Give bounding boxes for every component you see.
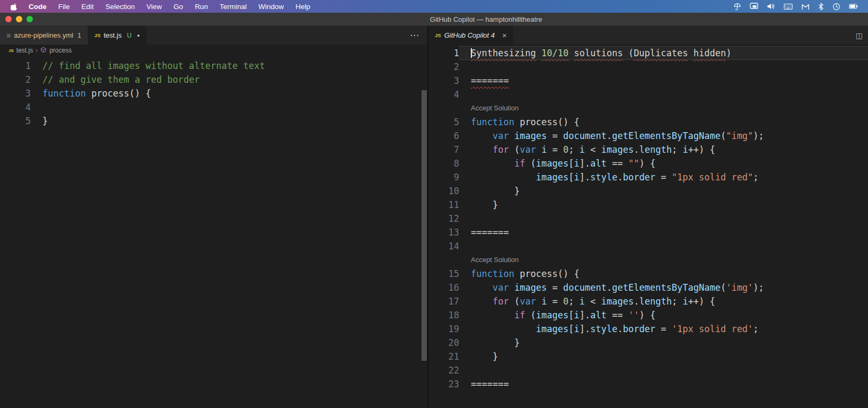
battery-icon[interactable] [849,3,858,10]
umbrella-icon[interactable] [733,3,741,11]
code-line[interactable]: 17 for (var i = 0; i < images.length; i+… [428,294,868,308]
editor-right[interactable]: 1Synthesizing 10/10 solutions (Duplicate… [428,45,868,408]
line-number: 13 [428,225,459,239]
close-window-button[interactable] [5,16,12,22]
menu-go[interactable]: Go [168,3,189,11]
clock-icon[interactable] [832,3,840,11]
code-line[interactable]: 21 } [428,350,868,363]
code-text: if (images[i].alt == "") { [459,157,868,170]
code-line[interactable]: 2 [428,60,868,74]
menu-edit[interactable]: Edit [76,3,100,11]
close-tab-icon[interactable]: × [502,31,507,40]
tab-label: test.js [103,31,121,39]
code-line[interactable]: 3function process() { [0,86,427,100]
menu-selection[interactable]: Selection [100,3,141,11]
code-text: } [459,350,868,363]
breadcrumb-symbol[interactable]: process [49,47,72,54]
minimize-window-button[interactable] [16,16,22,22]
code-text: function process() { [459,267,868,281]
line-number: 2 [428,60,459,74]
zoom-window-button[interactable] [27,16,33,22]
menu-help[interactable]: Help [290,3,316,11]
code-text: for (var i = 0; i < images.length; i++) … [459,294,868,308]
right-tab-bar: JS GitHub Copilot 4 × ◫ [428,26,868,45]
code-line[interactable]: 22 [428,363,868,377]
window-title: GitHub Copilot — hamptonhilltheatre [430,15,542,23]
gmail-icon[interactable] [801,3,810,10]
code-text: ======= [459,74,868,88]
menu-window[interactable]: Window [252,3,290,11]
line-number: 21 [428,350,459,363]
tab-test-js[interactable]: JS test.js U ● [88,26,147,45]
code-line[interactable]: 3======= [428,74,868,88]
menu-view[interactable]: View [141,3,168,11]
code-line[interactable]: 4 [428,88,868,101]
bluetooth-icon[interactable] [818,3,824,11]
line-number: 19 [428,322,459,336]
more-actions-icon[interactable]: ⋯ [401,30,427,41]
line-number: 3 [428,74,459,88]
vertical-scrollbar[interactable] [422,90,427,361]
tab-azure-pipelines[interactable]: ≡ azure-pipelines.yml 1 [0,26,88,45]
codelens-row[interactable]: Accept Solution [428,101,868,115]
keyboard-icon[interactable] [784,3,793,10]
line-number: 15 [428,267,459,281]
split-editor-icon[interactable]: ◫ [851,31,868,40]
code-text: for (var i = 0; i < images.length; i++) … [459,143,868,157]
code-line[interactable]: 19 images[i].style.border = '1px solid r… [428,322,868,336]
code-line[interactable]: 4 [0,100,427,114]
code-line[interactable]: 1// find all images without alternate te… [0,59,427,73]
code-line[interactable]: 23======= [428,377,868,391]
code-line[interactable]: 9 images[i].style.border = "1px solid re… [428,170,868,184]
code-line[interactable]: 13======= [428,225,868,239]
line-number: 5 [428,115,459,129]
left-editor-pane: ≡ azure-pipelines.yml 1 JS test.js U ● ⋯… [0,26,428,408]
code-line[interactable]: 1Synthesizing 10/10 solutions (Duplicate… [428,46,868,60]
volume-icon[interactable] [767,3,775,10]
code-line[interactable]: 5} [0,114,427,128]
menu-terminal[interactable]: Terminal [214,3,252,11]
accept-solution-link[interactable]: Accept Solution [459,253,868,267]
code-line[interactable]: 20 } [428,336,868,350]
yaml-file-icon: ≡ [6,31,11,40]
code-text: function process() { [459,115,868,129]
menu-status-icons [733,3,864,11]
editor-left[interactable]: 1// find all images without alternate te… [0,56,427,408]
code-line[interactable]: 11 } [428,198,868,212]
git-status-badge: U [127,32,131,39]
code-text: // find all images without alternate tex… [31,59,427,73]
code-line[interactable]: 18 if (images[i].alt == '') { [428,308,868,322]
tab-bar-spacer [147,26,401,45]
accept-solution-link[interactable]: Accept Solution [459,101,868,115]
code-text: } [459,184,868,198]
breadcrumb-file[interactable]: test.js [16,47,33,54]
code-text: ======= [459,225,868,239]
line-number: 17 [428,294,459,308]
code-line[interactable]: 2// and give them a red border [0,73,427,86]
code-line[interactable]: 12 [428,212,868,225]
code-line[interactable]: 15function process() { [428,267,868,281]
code-line[interactable]: 8 if (images[i].alt == "") { [428,157,868,170]
menu-run[interactable]: Run [189,3,214,11]
code-line[interactable]: 14 [428,239,868,253]
code-line[interactable]: 6 var images = document.getElementsByTag… [428,129,868,143]
left-tab-bar: ≡ azure-pipelines.yml 1 JS test.js U ● ⋯ [0,26,427,45]
menu-file[interactable]: File [52,3,76,11]
line-number: 10 [428,184,459,198]
codelens-row[interactable]: Accept Solution [428,253,868,267]
js-file-icon: JS [94,32,101,38]
apple-logo-icon[interactable] [4,3,23,11]
window-titlebar: GitHub Copilot — hamptonhilltheatre [0,13,868,26]
code-line[interactable]: 5function process() { [428,115,868,129]
code-text [459,60,868,74]
line-number: 12 [428,212,459,225]
code-line[interactable]: 7 for (var i = 0; i < images.length; i++… [428,143,868,157]
menu-code[interactable]: Code [23,3,52,11]
display-icon[interactable] [750,3,758,10]
line-number: 8 [428,157,459,170]
code-line[interactable]: 16 var images = document.getElementsByTa… [428,281,868,294]
tab-github-copilot[interactable]: JS GitHub Copilot 4 × [428,26,514,45]
line-number [428,101,459,115]
line-number: 11 [428,198,459,212]
code-line[interactable]: 10 } [428,184,868,198]
